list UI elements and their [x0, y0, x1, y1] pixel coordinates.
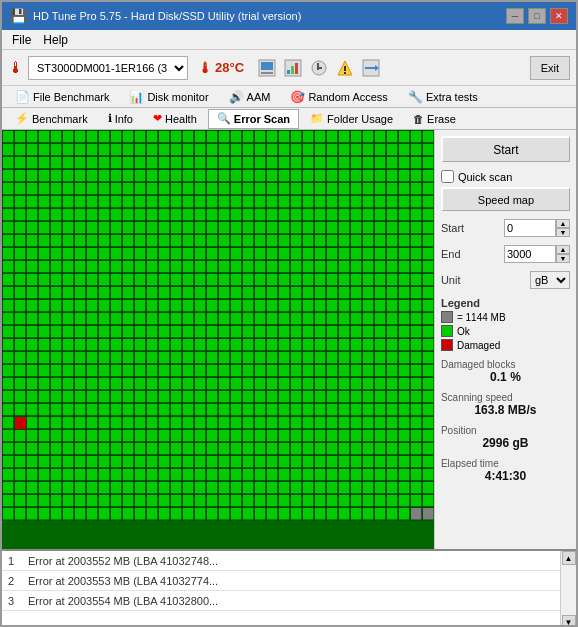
disk-monitor-icon: 📊 — [129, 90, 144, 104]
legend-damaged-text: Damaged — [457, 340, 500, 351]
start-spin-up[interactable]: ▲ — [556, 219, 570, 228]
elapsed-time-label: Elapsed time — [441, 458, 570, 469]
svg-rect-1 — [261, 62, 273, 70]
quick-scan-row: Quick scan — [441, 170, 570, 183]
svg-rect-9 — [317, 67, 322, 69]
temp-display: 🌡 28°C — [198, 60, 244, 76]
unit-param-row: Unit gB MB LBA — [441, 271, 570, 289]
svg-rect-6 — [295, 63, 298, 74]
end-spin-up[interactable]: ▲ — [556, 245, 570, 254]
tab-file-benchmark[interactable]: 📄 File Benchmark — [6, 87, 118, 107]
drive-select[interactable]: ST3000DM001-1ER166 (3000 gB) — [28, 56, 188, 80]
benchmark-icon: ⚡ — [15, 112, 29, 125]
nav-row1: 📄 File Benchmark 📊 Disk monitor 🔊 AAM 🎯 … — [2, 86, 576, 108]
maximize-button[interactable]: □ — [528, 8, 546, 24]
tab-erase[interactable]: 🗑 Erase — [404, 109, 465, 129]
svg-rect-2 — [261, 72, 273, 74]
exit-button[interactable]: Exit — [530, 56, 570, 80]
tab-folder-usage[interactable]: 📁 Folder Usage — [301, 109, 402, 129]
start-label: Start — [441, 222, 464, 234]
unit-label: Unit — [441, 274, 461, 286]
error-num-3: 3 — [8, 595, 28, 607]
error-scan-icon: 🔍 — [217, 112, 231, 125]
scanning-speed-value: 163.8 MB/s — [441, 403, 570, 417]
position-label: Position — [441, 425, 570, 436]
start-input-wrap: ▲ ▼ — [504, 219, 570, 237]
tab-random-access[interactable]: 🎯 Random Access — [281, 87, 396, 107]
quick-scan-checkbox[interactable] — [441, 170, 454, 183]
tab-health[interactable]: ❤ Health — [144, 109, 206, 129]
start-spin-down[interactable]: ▼ — [556, 228, 570, 237]
stat-scanning-speed: Scanning speed 163.8 MB/s — [441, 392, 570, 417]
legend-grey-item: = 1144 MB — [441, 311, 570, 323]
scroll-down-button[interactable]: ▼ — [562, 615, 576, 627]
svg-rect-4 — [287, 70, 290, 74]
start-input[interactable] — [504, 219, 556, 237]
title-bar-controls: ─ □ ✕ — [506, 8, 568, 24]
main-content: Start Quick scan Speed map Start ▲ ▼ End… — [2, 130, 576, 549]
damaged-blocks-value: 0.1 % — [441, 370, 570, 384]
toolbar-icon-3[interactable] — [308, 57, 330, 79]
aam-icon: 🔊 — [229, 90, 244, 104]
toolbar-icon-5[interactable] — [360, 57, 382, 79]
end-label: End — [441, 248, 461, 260]
thermometer-icon: 🌡 — [8, 59, 24, 77]
thermometer-icon2: 🌡 — [198, 60, 212, 76]
menu-file[interactable]: File — [6, 31, 37, 49]
toolbar: 🌡 ST3000DM001-1ER166 (3000 gB) 🌡 28°C Ex… — [2, 50, 576, 86]
close-button[interactable]: ✕ — [550, 8, 568, 24]
folder-usage-icon: 📁 — [310, 112, 324, 125]
legend-grey-box — [441, 311, 453, 323]
toolbar-icon-1[interactable] — [256, 57, 278, 79]
error-row: 1 Error at 2003552 MB (LBA 41032748... — [2, 551, 560, 571]
toolbar-icon-4[interactable] — [334, 57, 356, 79]
minimize-button[interactable]: ─ — [506, 8, 524, 24]
nav-row2: ⚡ Benchmark ℹ Info ❤ Health 🔍 Error Scan… — [2, 108, 576, 130]
legend-section: Legend = 1144 MB Ok Damaged — [441, 297, 570, 351]
svg-rect-11 — [344, 66, 346, 71]
start-param-row: Start ▲ ▼ — [441, 219, 570, 237]
error-row: 3 Error at 2003554 MB (LBA 41032800... — [2, 591, 560, 611]
tab-error-scan[interactable]: 🔍 Error Scan — [208, 109, 299, 129]
legend-ok-text: Ok — [457, 326, 470, 337]
legend-title: Legend — [441, 297, 570, 309]
error-list: 1 Error at 2003552 MB (LBA 41032748... 2… — [2, 551, 560, 627]
stat-position: Position 2996 gB — [441, 425, 570, 450]
title-bar-left: 💾 HD Tune Pro 5.75 - Hard Disk/SSD Utili… — [10, 8, 301, 24]
error-text-1: Error at 2003552 MB (LBA 41032748... — [28, 555, 554, 567]
temp-value: 28°C — [215, 60, 244, 75]
error-row: 2 Error at 2003553 MB (LBA 41032774... — [2, 571, 560, 591]
info-icon: ℹ — [108, 112, 112, 125]
side-panel: Start Quick scan Speed map Start ▲ ▼ End… — [434, 130, 576, 549]
quick-scan-label[interactable]: Quick scan — [458, 171, 512, 183]
tab-extra-tests[interactable]: 🔧 Extra tests — [399, 87, 487, 107]
legend-grey-text: = 1144 MB — [457, 312, 506, 323]
speedmap-button[interactable]: Speed map — [441, 187, 570, 211]
error-num-2: 2 — [8, 575, 28, 587]
start-spinner: ▲ ▼ — [556, 219, 570, 237]
legend-ok-box — [441, 325, 453, 337]
start-button[interactable]: Start — [441, 136, 570, 162]
tab-benchmark[interactable]: ⚡ Benchmark — [6, 109, 97, 129]
error-num-1: 1 — [8, 555, 28, 567]
erase-icon: 🗑 — [413, 113, 424, 125]
error-log: 1 Error at 2003552 MB (LBA 41032748... 2… — [2, 549, 576, 627]
unit-select[interactable]: gB MB LBA — [530, 271, 570, 289]
legend-damaged-item: Damaged — [441, 339, 570, 351]
tab-disk-monitor[interactable]: 📊 Disk monitor — [120, 87, 217, 107]
tab-aam[interactable]: 🔊 AAM — [220, 87, 280, 107]
end-input-wrap: ▲ ▼ — [504, 245, 570, 263]
toolbar-icon-2[interactable] — [282, 57, 304, 79]
end-input[interactable] — [504, 245, 556, 263]
file-benchmark-icon: 📄 — [15, 90, 30, 104]
menu-help[interactable]: Help — [37, 31, 74, 49]
end-spin-down[interactable]: ▼ — [556, 254, 570, 263]
svg-rect-12 — [344, 72, 346, 74]
end-param-row: End ▲ ▼ — [441, 245, 570, 263]
svg-rect-5 — [291, 66, 294, 74]
scan-grid — [2, 130, 434, 549]
tab-info[interactable]: ℹ Info — [99, 109, 142, 129]
extra-tests-icon: 🔧 — [408, 90, 423, 104]
error-scrollbar[interactable]: ▲ ▼ — [560, 551, 576, 627]
scroll-up-button[interactable]: ▲ — [562, 551, 576, 565]
